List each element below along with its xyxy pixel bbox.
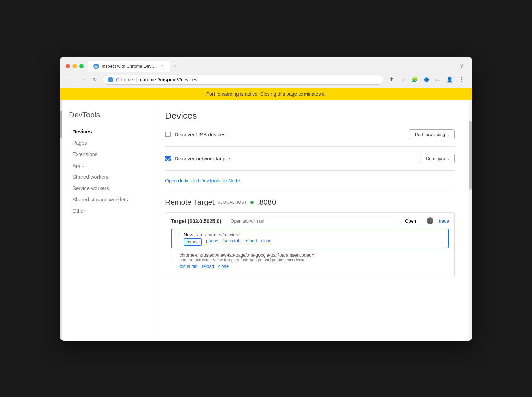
sidebar-item-shared-workers[interactable]: Shared workers: [69, 172, 144, 182]
info-icon[interactable]: i: [427, 217, 433, 224]
chrome-untrusted-focus-link[interactable]: focus tab: [180, 264, 198, 269]
sidebar-scrollbar-thumb[interactable]: [60, 111, 62, 138]
sidebar-nav: Devices Pages Extensions Apps Shared wor…: [69, 126, 144, 216]
maximize-button[interactable]: [79, 64, 84, 68]
title-bar: Inspect with Chrome Developer Tools × + …: [60, 57, 472, 72]
trace-link[interactable]: trace: [439, 218, 449, 224]
sidebar-item-service-workers[interactable]: Service workers: [69, 183, 144, 193]
back-button[interactable]: ←: [66, 75, 75, 84]
new-tab-checkbox[interactable]: [175, 232, 180, 237]
remote-target-header: Remote Target #LOCALHOST :8080: [165, 198, 455, 207]
share-icon[interactable]: ⬆: [386, 75, 396, 85]
discover-usb-label[interactable]: Discover USB devices: [165, 132, 225, 137]
new-tab-pause-link[interactable]: pause: [206, 238, 218, 246]
minimize-button[interactable]: [72, 64, 77, 68]
devtools-icon[interactable]: 🔵: [421, 75, 431, 85]
configure-button[interactable]: Configure...: [420, 154, 455, 163]
active-tab[interactable]: Inspect with Chrome Developer Tools ×: [88, 61, 170, 72]
close-button[interactable]: [66, 64, 70, 68]
page-scrollbar[interactable]: [469, 100, 472, 341]
page-scrollbar-thumb[interactable]: [469, 121, 472, 190]
discover-usb-checkbox[interactable]: [165, 132, 171, 137]
tabs-area: Inspect with Chrome Developer Tools × + …: [88, 61, 466, 72]
profile-icon[interactable]: 👤: [444, 75, 455, 85]
discover-network-row: Discover network targets Configure...: [165, 154, 455, 163]
chrome-untrusted-url-sub: chrome-untrusted://new-tab-page/one-goog…: [180, 258, 449, 262]
new-tab-url: chrome://newtab/: [205, 232, 240, 237]
port-forwarding-button[interactable]: Port forwarding...: [409, 129, 455, 139]
tab-overflow-button[interactable]: ∨: [457, 61, 466, 70]
divider-1: [165, 146, 455, 147]
divider-2: [165, 170, 455, 171]
remote-target-host: #LOCALHOST: [218, 200, 247, 205]
sidebar-item-devices[interactable]: Devices: [69, 126, 144, 136]
refresh-button[interactable]: ↻: [90, 75, 100, 84]
sidebar-item-shared-storage-worklets[interactable]: Shared storage worklets: [69, 194, 144, 204]
traffic-lights: [66, 64, 84, 68]
new-tab-name: New Tab: [184, 232, 202, 237]
new-tab-reload-link[interactable]: reload: [244, 238, 257, 246]
tab-favicon: [93, 64, 99, 69]
chrome-untrusted-item: chrome-untrusted://new-tab-page/one-goog…: [171, 252, 449, 269]
sidebar-item-extensions[interactable]: Extensions: [69, 149, 144, 159]
sidebar-item-other[interactable]: Other: [69, 206, 144, 216]
new-tab-info: New Tab chrome://newtab/ inspect pause f…: [184, 231, 445, 246]
new-tab-button[interactable]: +: [170, 61, 180, 70]
discover-network-checkbox[interactable]: [165, 156, 171, 161]
menu-icon[interactable]: ⋮: [456, 75, 466, 85]
tab-title: Inspect with Chrome Developer Tools: [102, 64, 157, 69]
chrome-label: Chrome: [116, 77, 133, 82]
chrome-untrusted-checkbox[interactable]: [171, 254, 176, 259]
remote-target-port: :8080: [257, 198, 276, 207]
port-forwarding-banner: Port forwarding is active. Closing this …: [60, 88, 472, 100]
address-inspect: inspect: [160, 77, 177, 82]
chrome-untrusted-actions: focus tab reload close: [180, 264, 449, 269]
new-tab-close-link[interactable]: close: [261, 238, 271, 246]
sidebar: DevTools Devices Pages Extensions Apps S…: [62, 100, 151, 341]
chrome-untrusted-close-link[interactable]: close: [218, 264, 229, 269]
address-bar[interactable]: Chrome | chrome://inspect/#devices: [103, 75, 383, 85]
open-tab-button[interactable]: Open: [400, 217, 421, 225]
page-content: Devices Discover USB devices Port forwar…: [151, 100, 469, 341]
sidebar-title: DevTools: [69, 111, 144, 120]
new-tab-actions: inspect pause focus tab reload close: [184, 238, 445, 246]
discover-network-label[interactable]: Discover network targets: [165, 156, 231, 161]
sidebar-scrollbar[interactable]: [60, 100, 62, 341]
open-tab-url-input[interactable]: [227, 217, 394, 225]
chrome-untrusted-reload-link[interactable]: reload: [202, 264, 214, 269]
address-text: chrome://inspect/#devices: [140, 77, 197, 82]
site-icon: [108, 77, 113, 82]
toolbar: ← → ↻ Chrome | chrome://inspect/#devices…: [60, 72, 472, 88]
main-content: DevTools Devices Pages Extensions Apps S…: [60, 100, 472, 341]
forward-button[interactable]: →: [78, 75, 88, 84]
page-title: Devices: [165, 111, 455, 121]
extensions-icon[interactable]: 🧩: [409, 75, 420, 85]
node-devtools-link[interactable]: Open dedicated DevTools for Node: [165, 178, 240, 183]
splitscreen-icon[interactable]: ▭: [433, 75, 443, 85]
tab-close-button[interactable]: ×: [159, 64, 165, 69]
toolbar-icons: ⬆ ☆ 🧩 🔵 ▭ 👤 ⋮: [386, 75, 466, 85]
chrome-untrusted-info: chrome-untrusted://new-tab-page/one-goog…: [180, 252, 449, 269]
sidebar-item-pages[interactable]: Pages: [69, 138, 144, 148]
chrome-untrusted-url: chrome-untrusted://new-tab-page/one-goog…: [180, 252, 449, 258]
target-box: Target (103.0.5025.0) Open i trace New T…: [165, 212, 455, 277]
browser-window: Inspect with Chrome Developer Tools × + …: [60, 57, 472, 341]
new-tab-focus-link[interactable]: focus tab: [222, 238, 241, 246]
target-header: Target (103.0.5025.0) Open i trace: [171, 217, 449, 225]
target-name: Target (103.0.5025.0): [171, 218, 221, 224]
divider-3: [165, 191, 455, 191]
address-divider: |: [136, 77, 137, 83]
status-dot: [250, 201, 254, 204]
remote-target-title: Remote Target: [165, 198, 215, 207]
bookmark-icon[interactable]: ☆: [398, 75, 408, 85]
new-tab-inspect-link[interactable]: inspect: [184, 238, 202, 246]
discover-usb-row: Discover USB devices Port forwarding...: [165, 129, 455, 139]
sidebar-item-apps[interactable]: Apps: [69, 160, 144, 170]
new-tab-item: New Tab chrome://newtab/ inspect pause f…: [171, 229, 449, 248]
